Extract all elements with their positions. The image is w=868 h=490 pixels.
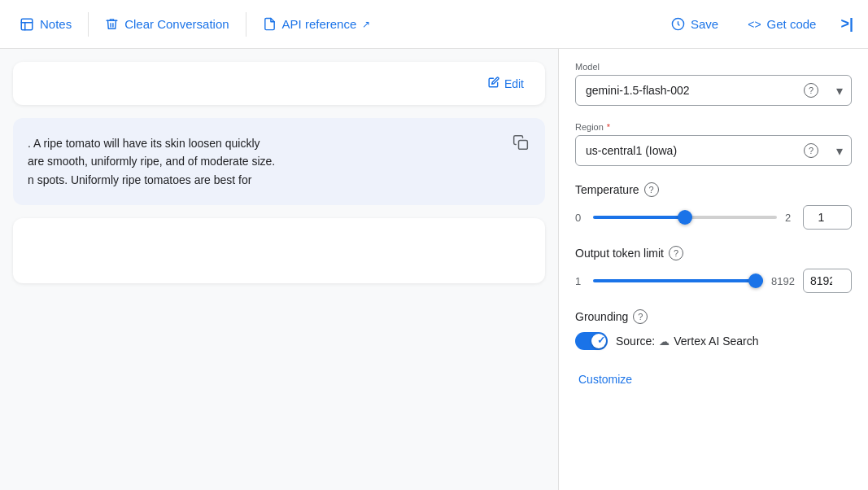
temperature-help-icon[interactable]: ? bbox=[644, 182, 659, 197]
toggle-track: ✓ bbox=[575, 332, 608, 350]
model-label: Model bbox=[575, 62, 852, 72]
input-card[interactable] bbox=[13, 218, 545, 283]
collapse-panel-button[interactable]: >| bbox=[832, 9, 861, 39]
source-label: Source: ☁ Vertex AI Search bbox=[616, 335, 759, 348]
svg-rect-4 bbox=[519, 141, 528, 150]
temperature-number-input[interactable] bbox=[803, 205, 852, 230]
toolbar-right: Save <> Get code >| bbox=[658, 9, 861, 39]
temperature-max-label: 2 bbox=[785, 212, 795, 224]
token-slider-row: 1 8192 bbox=[575, 269, 852, 293]
temperature-slider[interactable] bbox=[593, 216, 777, 219]
region-label: Region * bbox=[575, 122, 852, 132]
edit-button[interactable]: Edit bbox=[482, 73, 530, 94]
get-code-button[interactable]: <> Get code bbox=[735, 11, 829, 37]
grounding-field-group: Grounding ? ✓ Source: ☁ Vertex AI Search bbox=[575, 309, 852, 350]
clear-label: Clear Conversation bbox=[124, 17, 229, 31]
edit-card: Edit bbox=[13, 62, 545, 105]
model-help-icon[interactable]: ? bbox=[804, 83, 818, 98]
toolbar: Notes Clear Conversation API reference ↗ bbox=[0, 0, 868, 49]
clear-conversation-button[interactable]: Clear Conversation bbox=[92, 11, 242, 37]
save-label: Save bbox=[691, 17, 718, 31]
trash-icon bbox=[105, 17, 119, 31]
response-card: . A ripe tomato will have its skin loose… bbox=[13, 118, 545, 205]
external-link-icon: ↗ bbox=[362, 19, 370, 30]
token-number-input[interactable] bbox=[803, 269, 852, 293]
token-max-label: 8192 bbox=[771, 275, 795, 287]
temperature-min-label: 0 bbox=[575, 212, 585, 224]
get-code-label: Get code bbox=[767, 17, 817, 31]
api-label: API reference bbox=[282, 17, 357, 31]
svg-rect-0 bbox=[21, 19, 33, 30]
toggle-check-icon: ✓ bbox=[597, 335, 605, 346]
vertex-icon: ☁ bbox=[659, 335, 670, 348]
customize-button[interactable]: Customize bbox=[575, 366, 635, 392]
model-select-wrapper: gemini-1.5-flash-002 gemini-1.5-pro-002 … bbox=[575, 75, 852, 106]
temperature-title: Temperature ? bbox=[575, 182, 852, 197]
copy-button[interactable] bbox=[508, 129, 534, 160]
token-slider[interactable] bbox=[593, 279, 763, 282]
save-icon bbox=[671, 17, 685, 31]
toolbar-divider-1 bbox=[88, 12, 89, 37]
temperature-field-group: Temperature ? 0 2 bbox=[575, 182, 852, 230]
toolbar-divider-2 bbox=[246, 12, 246, 37]
grounding-title: Grounding ? bbox=[575, 309, 852, 324]
save-button[interactable]: Save bbox=[658, 11, 731, 37]
region-required: * bbox=[607, 122, 610, 132]
response-text: . A ripe tomato will have its skin loose… bbox=[28, 134, 530, 189]
grounding-toggle-row: ✓ Source: ☁ Vertex AI Search bbox=[575, 332, 852, 350]
region-field-group: Region * us-central1 (Iowa) us-east1 eur… bbox=[575, 122, 852, 166]
token-field-group: Output token limit ? 1 8192 bbox=[575, 246, 852, 293]
api-reference-button[interactable]: API reference ↗ bbox=[250, 11, 384, 37]
token-min-label: 1 bbox=[575, 275, 585, 287]
token-help-icon[interactable]: ? bbox=[669, 246, 683, 260]
temperature-slider-row: 0 2 bbox=[575, 205, 852, 230]
grounding-help-icon[interactable]: ? bbox=[633, 309, 648, 324]
api-icon bbox=[263, 17, 277, 31]
code-icon: <> bbox=[748, 18, 761, 31]
main-layout: Edit . A ripe tomato will have its skin … bbox=[0, 49, 868, 490]
region-select-wrapper: us-central1 (Iowa) us-east1 europe-west1… bbox=[575, 135, 852, 166]
edit-icon bbox=[488, 77, 499, 90]
model-field-group: Model gemini-1.5-flash-002 gemini-1.5-pr… bbox=[575, 62, 852, 106]
left-panel: Edit . A ripe tomato will have its skin … bbox=[0, 49, 559, 490]
edit-label: Edit bbox=[504, 77, 524, 90]
notes-icon bbox=[20, 17, 34, 32]
grounding-toggle[interactable]: ✓ bbox=[575, 332, 608, 350]
notes-label: Notes bbox=[40, 17, 72, 31]
token-title: Output token limit ? bbox=[575, 246, 852, 260]
notes-button[interactable]: Notes bbox=[7, 11, 85, 38]
collapse-icon: >| bbox=[840, 15, 853, 33]
region-help-icon[interactable]: ? bbox=[804, 143, 818, 158]
right-panel: Model gemini-1.5-flash-002 gemini-1.5-pr… bbox=[559, 49, 868, 490]
